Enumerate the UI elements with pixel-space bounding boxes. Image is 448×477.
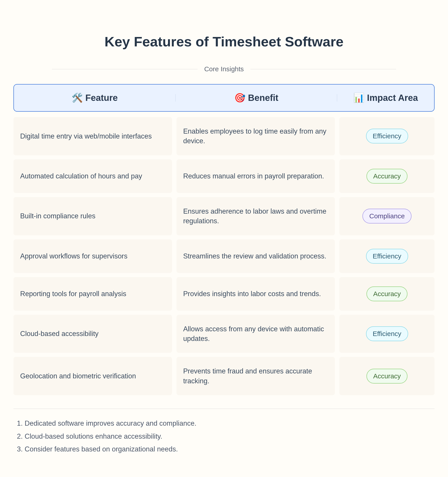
subtitle-row: Core Insights [13,65,435,73]
feature-cell: Automated calculation of hours and pay [13,159,172,193]
table-row: Geolocation and biometric verificationPr… [13,357,435,395]
page-title: Key Features of Timesheet Software [13,34,435,49]
footer-divider [13,409,435,409]
footer-item: Consider features based on organizationa… [25,444,435,455]
impact-cell: Compliance [339,197,435,235]
tools-icon: 🛠️ [72,93,83,103]
table-row: Reporting tools for payroll analysisProv… [13,277,435,311]
header-benefit: 🎯 Benefit [176,93,337,103]
header-feature: 🛠️ Feature [14,93,176,103]
footer-list: Dedicated software improves accuracy and… [13,418,435,455]
benefit-cell: Allows access from any device with autom… [177,315,335,353]
table-row: Approval workflows for supervisorsStream… [13,239,435,273]
benefit-cell: Enables employees to log time easily fro… [177,117,335,155]
header-benefit-label: Benefit [248,93,278,103]
impact-badge: Compliance [362,209,411,223]
feature-cell: Approval workflows for supervisors [13,239,172,273]
benefit-cell: Prevents time fraud and ensures accurate… [177,357,335,395]
table-row: Automated calculation of hours and payRe… [13,159,435,193]
impact-badge: Accuracy [366,369,407,383]
feature-cell: Reporting tools for payroll analysis [13,277,172,311]
benefit-cell: Ensures adherence to labor laws and over… [177,197,335,235]
impact-cell: Accuracy [339,277,435,311]
footer-item: Cloud-based solutions enhance accessibil… [25,431,435,442]
impact-cell: Efficiency [339,315,435,353]
subtitle-text: Core Insights [198,65,251,73]
benefit-cell: Provides insights into labor costs and t… [177,277,335,311]
table-row: Cloud-based accessibilityAllows access f… [13,315,435,353]
divider-right [250,69,396,69]
impact-badge: Accuracy [366,286,407,301]
impact-badge: Efficiency [366,129,408,143]
header-feature-label: Feature [85,93,118,103]
impact-badge: Efficiency [366,249,408,264]
impact-badge: Efficiency [366,326,408,341]
table-row: Digital time entry via web/mobile interf… [13,117,435,155]
benefit-cell: Reduces manual errors in payroll prepara… [177,159,335,193]
impact-cell: Efficiency [339,239,435,273]
table-header: 🛠️ Feature 🎯 Benefit 📊 Impact Area [13,84,435,112]
benefit-cell: Streamlines the review and validation pr… [177,239,335,273]
feature-cell: Geolocation and biometric verification [13,357,172,395]
footer-item: Dedicated software improves accuracy and… [25,418,435,429]
target-icon: 🎯 [234,93,246,103]
chart-icon: 📊 [353,93,365,103]
feature-cell: Digital time entry via web/mobile interf… [13,117,172,155]
impact-cell: Accuracy [339,357,435,395]
impact-badge: Accuracy [366,169,407,184]
table-row: Built-in compliance rulesEnsures adheren… [13,197,435,235]
feature-cell: Built-in compliance rules [13,197,172,235]
table-body: Digital time entry via web/mobile interf… [13,117,435,395]
feature-cell: Cloud-based accessibility [13,315,172,353]
document-container: Key Features of Timesheet Software Core … [13,34,435,455]
header-impact: 📊 Impact Area [337,93,434,103]
header-impact-label: Impact Area [367,93,418,103]
impact-cell: Efficiency [339,117,435,155]
impact-cell: Accuracy [339,159,435,193]
divider-left [52,69,198,69]
